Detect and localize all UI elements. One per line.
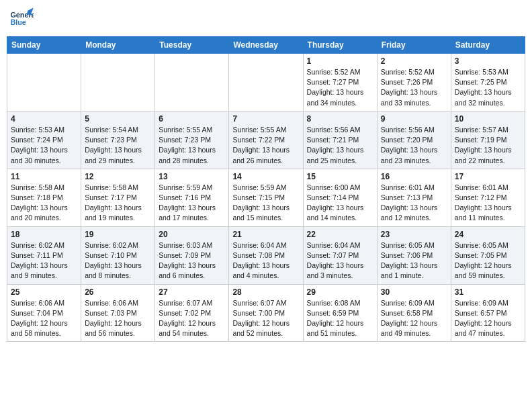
day-info: Sunrise: 5:52 AM Sunset: 7:27 PM Dayligh… <box>307 67 373 108</box>
header-day: Friday <box>377 37 451 54</box>
day-info: Sunrise: 6:08 AM Sunset: 6:59 PM Dayligh… <box>307 298 373 339</box>
svg-text:Blue: Blue <box>10 18 26 26</box>
day-number: 2 <box>381 56 447 66</box>
day-number: 11 <box>11 172 77 181</box>
day-info: Sunrise: 5:56 AM Sunset: 7:21 PM Dayligh… <box>307 125 373 166</box>
calendar-cell: 24Sunrise: 6:05 AM Sunset: 7:05 PM Dayli… <box>451 226 525 284</box>
day-number: 3 <box>455 56 521 66</box>
day-number: 23 <box>381 230 447 239</box>
day-info: Sunrise: 5:55 AM Sunset: 7:22 PM Dayligh… <box>232 125 299 166</box>
calendar-cell: 23Sunrise: 6:05 AM Sunset: 7:06 PM Dayli… <box>377 226 451 284</box>
header-day: Tuesday <box>155 37 229 54</box>
day-info: Sunrise: 5:59 AM Sunset: 7:16 PM Dayligh… <box>159 183 225 224</box>
header-day: Wednesday <box>229 37 303 54</box>
day-info: Sunrise: 6:01 AM Sunset: 7:12 PM Dayligh… <box>455 183 521 224</box>
day-info: Sunrise: 5:53 AM Sunset: 7:24 PM Dayligh… <box>11 125 77 166</box>
header-day: Monday <box>81 37 155 54</box>
day-info: Sunrise: 6:06 AM Sunset: 7:04 PM Dayligh… <box>11 298 77 339</box>
calendar-cell <box>155 54 229 111</box>
day-info: Sunrise: 5:57 AM Sunset: 7:19 PM Dayligh… <box>455 125 521 166</box>
day-info: Sunrise: 5:56 AM Sunset: 7:20 PM Dayligh… <box>381 125 447 166</box>
day-info: Sunrise: 6:05 AM Sunset: 7:05 PM Dayligh… <box>455 240 521 281</box>
day-info: Sunrise: 5:59 AM Sunset: 7:15 PM Dayligh… <box>232 183 299 224</box>
day-info: Sunrise: 6:05 AM Sunset: 7:06 PM Dayligh… <box>381 240 447 281</box>
calendar-cell: 19Sunrise: 6:02 AM Sunset: 7:10 PM Dayli… <box>81 226 155 284</box>
day-number: 9 <box>381 114 447 124</box>
calendar-cell: 7Sunrise: 5:55 AM Sunset: 7:22 PM Daylig… <box>229 111 303 169</box>
calendar-cell: 1Sunrise: 5:52 AM Sunset: 7:27 PM Daylig… <box>303 54 377 111</box>
day-number: 26 <box>85 287 151 297</box>
day-number: 7 <box>232 114 299 124</box>
day-info: Sunrise: 6:01 AM Sunset: 7:13 PM Dayligh… <box>381 183 447 224</box>
day-info: Sunrise: 6:07 AM Sunset: 7:02 PM Dayligh… <box>159 298 225 339</box>
calendar-cell <box>81 54 155 111</box>
day-number: 13 <box>159 172 225 181</box>
calendar-cell: 22Sunrise: 6:04 AM Sunset: 7:07 PM Dayli… <box>303 226 377 284</box>
day-number: 1 <box>307 56 373 66</box>
calendar-cell: 9Sunrise: 5:56 AM Sunset: 7:20 PM Daylig… <box>377 111 451 169</box>
calendar-cell: 29Sunrise: 6:08 AM Sunset: 6:59 PM Dayli… <box>303 284 377 342</box>
day-info: Sunrise: 6:06 AM Sunset: 7:03 PM Dayligh… <box>85 298 151 339</box>
day-info: Sunrise: 5:58 AM Sunset: 7:17 PM Dayligh… <box>85 183 151 224</box>
calendar-week: 4Sunrise: 5:53 AM Sunset: 7:24 PM Daylig… <box>7 111 525 169</box>
day-info: Sunrise: 6:02 AM Sunset: 7:11 PM Dayligh… <box>11 240 77 281</box>
day-number: 12 <box>85 172 151 181</box>
calendar-cell: 20Sunrise: 6:03 AM Sunset: 7:09 PM Dayli… <box>155 226 229 284</box>
calendar-cell: 17Sunrise: 6:01 AM Sunset: 7:12 PM Dayli… <box>451 169 525 226</box>
day-info: Sunrise: 5:55 AM Sunset: 7:23 PM Dayligh… <box>159 125 225 166</box>
calendar-cell: 2Sunrise: 5:52 AM Sunset: 7:26 PM Daylig… <box>377 54 451 111</box>
calendar-cell: 13Sunrise: 5:59 AM Sunset: 7:16 PM Dayli… <box>155 169 229 226</box>
calendar-cell: 30Sunrise: 6:09 AM Sunset: 6:58 PM Dayli… <box>377 284 451 342</box>
calendar-cell <box>229 54 303 111</box>
day-info: Sunrise: 5:54 AM Sunset: 7:23 PM Dayligh… <box>85 125 151 166</box>
calendar-cell: 3Sunrise: 5:53 AM Sunset: 7:25 PM Daylig… <box>451 54 525 111</box>
day-number: 8 <box>307 114 373 124</box>
calendar-body: 1Sunrise: 5:52 AM Sunset: 7:27 PM Daylig… <box>7 54 525 342</box>
day-number: 17 <box>455 172 521 181</box>
calendar-cell: 26Sunrise: 6:06 AM Sunset: 7:03 PM Dayli… <box>81 284 155 342</box>
day-number: 25 <box>11 287 77 297</box>
day-info: Sunrise: 6:04 AM Sunset: 7:07 PM Dayligh… <box>307 240 373 281</box>
day-number: 30 <box>381 287 447 297</box>
calendar-week: 25Sunrise: 6:06 AM Sunset: 7:04 PM Dayli… <box>7 284 525 342</box>
day-number: 28 <box>232 287 299 297</box>
day-number: 18 <box>11 230 77 239</box>
header-day: Thursday <box>303 37 377 54</box>
calendar-cell: 18Sunrise: 6:02 AM Sunset: 7:11 PM Dayli… <box>7 226 81 284</box>
logo: General Blue <box>9 7 34 31</box>
day-info: Sunrise: 6:09 AM Sunset: 6:57 PM Dayligh… <box>455 298 521 339</box>
calendar-cell: 14Sunrise: 5:59 AM Sunset: 7:15 PM Dayli… <box>229 169 303 226</box>
calendar-cell: 25Sunrise: 6:06 AM Sunset: 7:04 PM Dayli… <box>7 284 81 342</box>
calendar-week: 18Sunrise: 6:02 AM Sunset: 7:11 PM Dayli… <box>7 226 525 284</box>
calendar-cell: 12Sunrise: 5:58 AM Sunset: 7:17 PM Dayli… <box>81 169 155 226</box>
day-info: Sunrise: 6:09 AM Sunset: 6:58 PM Dayligh… <box>381 298 447 339</box>
day-info: Sunrise: 6:00 AM Sunset: 7:14 PM Dayligh… <box>307 183 373 224</box>
day-number: 31 <box>455 287 521 297</box>
calendar-cell: 21Sunrise: 6:04 AM Sunset: 7:08 PM Dayli… <box>229 226 303 284</box>
logo-icon: General Blue <box>9 7 34 31</box>
calendar-cell: 16Sunrise: 6:01 AM Sunset: 7:13 PM Dayli… <box>377 169 451 226</box>
calendar-header: SundayMondayTuesdayWednesdayThursdayFrid… <box>7 37 525 54</box>
day-info: Sunrise: 6:02 AM Sunset: 7:10 PM Dayligh… <box>85 240 151 281</box>
calendar-cell: 31Sunrise: 6:09 AM Sunset: 6:57 PM Dayli… <box>451 284 525 342</box>
day-info: Sunrise: 5:52 AM Sunset: 7:26 PM Dayligh… <box>381 67 447 108</box>
calendar-table: SundayMondayTuesdayWednesdayThursdayFrid… <box>7 36 525 342</box>
day-number: 20 <box>159 230 225 239</box>
day-number: 6 <box>159 114 225 124</box>
day-number: 16 <box>381 172 447 181</box>
calendar-cell: 15Sunrise: 6:00 AM Sunset: 7:14 PM Dayli… <box>303 169 377 226</box>
day-info: Sunrise: 6:07 AM Sunset: 7:00 PM Dayligh… <box>232 298 299 339</box>
calendar-cell: 11Sunrise: 5:58 AM Sunset: 7:18 PM Dayli… <box>7 169 81 226</box>
calendar-week: 11Sunrise: 5:58 AM Sunset: 7:18 PM Dayli… <box>7 169 525 226</box>
day-number: 19 <box>85 230 151 239</box>
day-info: Sunrise: 6:03 AM Sunset: 7:09 PM Dayligh… <box>159 240 225 281</box>
day-number: 10 <box>455 114 521 124</box>
header-day: Sunday <box>7 37 81 54</box>
header-row: SundayMondayTuesdayWednesdayThursdayFrid… <box>7 37 525 54</box>
day-number: 4 <box>11 114 77 124</box>
calendar-cell: 4Sunrise: 5:53 AM Sunset: 7:24 PM Daylig… <box>7 111 81 169</box>
calendar-cell: 6Sunrise: 5:55 AM Sunset: 7:23 PM Daylig… <box>155 111 229 169</box>
day-number: 14 <box>232 172 299 181</box>
calendar-cell: 5Sunrise: 5:54 AM Sunset: 7:23 PM Daylig… <box>81 111 155 169</box>
header-day: Saturday <box>451 37 525 54</box>
